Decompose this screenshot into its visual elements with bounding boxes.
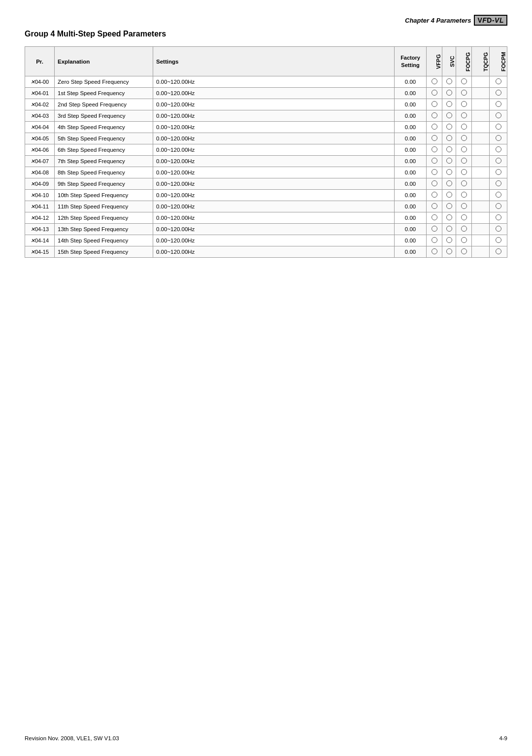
table-row: ✕04-099th Step Speed Frequency0.00~120.0… bbox=[25, 178, 507, 190]
focpg-cell bbox=[456, 122, 472, 133]
focpg-cell bbox=[456, 99, 472, 110]
focpg-circle-icon bbox=[461, 135, 467, 141]
chapter-label: Chapter 4 Parameters bbox=[405, 17, 471, 24]
svc-cell bbox=[442, 190, 456, 201]
explanation-cell: 12th Step Speed Frequency bbox=[55, 212, 153, 224]
svc-circle-icon bbox=[446, 90, 452, 96]
focpg-circle-icon bbox=[461, 90, 467, 96]
focpm-cell bbox=[490, 178, 507, 190]
pr-mark: ✕ bbox=[31, 170, 35, 175]
pr-cell: ✕04-09 bbox=[25, 178, 55, 190]
focpm-cell bbox=[490, 167, 507, 178]
focpg-cell bbox=[456, 212, 472, 224]
focpg-cell bbox=[456, 201, 472, 212]
pr-mark: ✕ bbox=[31, 124, 35, 130]
focpm-circle-icon bbox=[496, 203, 501, 209]
vfpg-cell bbox=[427, 122, 442, 133]
focpg-circle-icon bbox=[461, 214, 467, 220]
svc-cell bbox=[442, 178, 456, 190]
focpg-cell bbox=[456, 110, 472, 122]
table-row: ✕04-077th Step Speed Frequency0.00~120.0… bbox=[25, 156, 507, 167]
svc-circle-icon bbox=[446, 248, 452, 254]
factory-cell: 0.00 bbox=[395, 235, 427, 246]
pr-cell: ✕04-04 bbox=[25, 122, 55, 133]
footer-revision: Revision Nov. 2008, VLE1, SW V1.03 bbox=[25, 735, 119, 741]
focpm-circle-icon bbox=[496, 180, 501, 186]
svc-cell bbox=[442, 88, 456, 99]
focpg-circle-icon bbox=[461, 237, 467, 243]
focpg-circle-icon bbox=[461, 226, 467, 232]
pr-mark: ✕ bbox=[31, 226, 35, 232]
pr-cell: ✕04-03 bbox=[25, 110, 55, 122]
vfpg-circle-icon bbox=[432, 78, 437, 84]
focpm-circle-icon bbox=[496, 214, 501, 220]
focpg-cell bbox=[456, 76, 472, 88]
vfpg-cell bbox=[427, 224, 442, 235]
tqcpg-cell bbox=[472, 246, 490, 258]
table-row: ✕04-044th Step Speed Frequency0.00~120.0… bbox=[25, 122, 507, 133]
brand-vl: -VL bbox=[492, 16, 504, 24]
pr-cell: ✕04-05 bbox=[25, 133, 55, 144]
settings-cell: 0.00~120.00Hz bbox=[153, 246, 395, 258]
focpm-circle-icon bbox=[496, 237, 501, 243]
pr-cell: ✕04-12 bbox=[25, 212, 55, 224]
pr-cell: ✕04-07 bbox=[25, 156, 55, 167]
page-title: Group 4 Multi-Step Speed Parameters bbox=[25, 30, 507, 38]
focpm-circle-icon bbox=[496, 146, 501, 152]
svc-circle-icon bbox=[446, 237, 452, 243]
col-header-tqcpg: TQCPG bbox=[472, 47, 490, 76]
vfpg-cell bbox=[427, 201, 442, 212]
explanation-cell: 5th Step Speed Frequency bbox=[55, 133, 153, 144]
tqcpg-cell bbox=[472, 88, 490, 99]
settings-cell: 0.00~120.00Hz bbox=[153, 178, 395, 190]
factory-cell: 0.00 bbox=[395, 190, 427, 201]
table-row: ✕04-011st Step Speed Frequency0.00~120.0… bbox=[25, 88, 507, 99]
vfpg-cell bbox=[427, 99, 442, 110]
svc-cell bbox=[442, 99, 456, 110]
focpm-cell bbox=[490, 110, 507, 122]
brand-vfd: VFD bbox=[477, 16, 492, 24]
tqcpg-cell bbox=[472, 156, 490, 167]
brand-logo: VFD-VL bbox=[474, 15, 507, 26]
vfpg-circle-icon bbox=[432, 146, 437, 152]
pr-cell: ✕04-15 bbox=[25, 246, 55, 258]
svc-circle-icon bbox=[446, 214, 452, 220]
explanation-cell: 1st Step Speed Frequency bbox=[55, 88, 153, 99]
col-header-settings: Settings bbox=[153, 47, 395, 76]
page-header: Chapter 4 Parameters VFD-VL bbox=[25, 15, 507, 26]
vfpg-circle-icon bbox=[432, 237, 437, 243]
factory-cell: 0.00 bbox=[395, 133, 427, 144]
focpm-cell bbox=[490, 156, 507, 167]
tqcpg-cell bbox=[472, 235, 490, 246]
focpm-circle-icon bbox=[496, 158, 501, 164]
col-header-explanation: Explanation bbox=[55, 47, 153, 76]
table-row: ✕04-066th Step Speed Frequency0.00~120.0… bbox=[25, 144, 507, 156]
focpg-cell bbox=[456, 235, 472, 246]
pr-mark: ✕ bbox=[31, 181, 35, 187]
pr-cell: ✕04-13 bbox=[25, 224, 55, 235]
tqcpg-cell bbox=[472, 224, 490, 235]
pr-mark: ✕ bbox=[31, 238, 35, 243]
focpg-cell bbox=[456, 88, 472, 99]
pr-cell: ✕04-00 bbox=[25, 76, 55, 88]
vfpg-cell bbox=[427, 190, 442, 201]
focpg-circle-icon bbox=[461, 158, 467, 164]
svc-cell bbox=[442, 144, 456, 156]
svc-cell bbox=[442, 201, 456, 212]
table-row: ✕04-1111th Step Speed Frequency0.00~120.… bbox=[25, 201, 507, 212]
factory-cell: 0.00 bbox=[395, 212, 427, 224]
explanation-cell: 4th Step Speed Frequency bbox=[55, 122, 153, 133]
settings-cell: 0.00~120.00Hz bbox=[153, 156, 395, 167]
focpm-circle-icon bbox=[496, 90, 501, 96]
factory-cell: 0.00 bbox=[395, 144, 427, 156]
svc-cell bbox=[442, 246, 456, 258]
focpg-circle-icon bbox=[461, 180, 467, 186]
svc-cell bbox=[442, 76, 456, 88]
factory-cell: 0.00 bbox=[395, 76, 427, 88]
focpm-circle-icon bbox=[496, 248, 501, 254]
focpg-circle-icon bbox=[461, 203, 467, 209]
explanation-cell: 13th Step Speed Frequency bbox=[55, 224, 153, 235]
col-header-factory: FactorySetting bbox=[395, 47, 427, 76]
focpg-cell bbox=[456, 167, 472, 178]
focpm-circle-icon bbox=[496, 78, 501, 84]
